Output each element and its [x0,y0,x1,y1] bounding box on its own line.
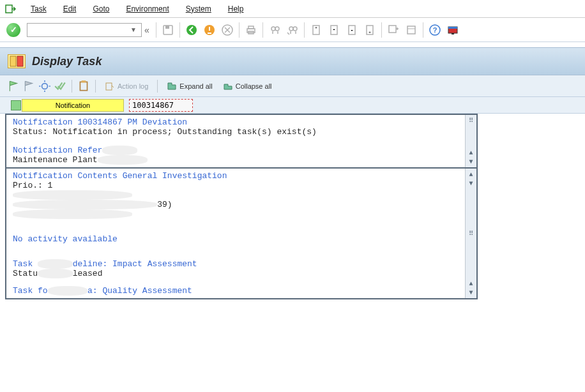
svg-point-12 [293,27,297,31]
scroll-down-icon[interactable]: ▼ [467,157,476,166]
enter-icon[interactable]: ✓ [6,23,20,37]
layout-icon[interactable] [445,22,460,38]
redacted-line-1: xxxxxxxxxxxxxxxxxxxxxxxx [13,190,459,200]
redacted-line-3: xxxxxxxxxxxxxxxxxxxxxxxx [13,209,459,219]
svg-point-9 [271,27,275,31]
no-activity: No activity available [13,234,459,244]
notification-label: Notification [22,99,124,112]
find-icon[interactable] [267,22,282,38]
svg-rect-18 [407,26,415,34]
task-quality-assessment: Task foxxxxxxxxa: Quality Assessment [13,286,459,296]
maintenance-plant: Maintenance Plantxxxxxxxxxx [13,155,459,165]
notification-reference: Notification Referxxxxxxx [13,146,459,155]
menu-system[interactable]: System [183,3,214,15]
expand-all-button[interactable]: Expand all [163,80,216,93]
svg-rect-2 [165,26,169,29]
menu-edit[interactable]: Edit [61,3,79,15]
separator [239,22,239,38]
settings-gear-icon[interactable] [38,80,51,93]
next-page-icon[interactable] [344,22,360,38]
scroll-up-icon[interactable]: ▲ [467,279,476,288]
flag-green-icon[interactable] [8,80,20,93]
svg-rect-7 [248,26,254,29]
separator [95,80,96,93]
svg-rect-25 [17,56,23,66]
save-icon[interactable] [160,22,176,38]
separator [157,80,158,93]
separator [72,80,72,93]
detail-panel: Notification 100314867 PM Deviation Stat… [5,114,478,299]
collapse-toolbar-icon[interactable]: « [144,25,149,35]
task-status-line: Statuxxxxxxxleased [13,269,459,278]
cancel-icon[interactable] [220,22,235,38]
svg-text:?: ? [432,26,437,34]
command-field[interactable] [27,23,142,37]
menu-goto[interactable]: Goto [90,3,112,15]
menu-task[interactable]: Task [28,3,49,15]
scroll-up-icon[interactable]: ▲ [467,170,476,179]
priority-line: Prio.: 1 [13,181,459,190]
svg-point-11 [289,27,293,31]
print-icon[interactable] [243,22,259,38]
flag-grey-icon[interactable] [23,80,36,93]
last-page-icon[interactable] [362,22,377,38]
scroll-dots-icon[interactable]: ⠿ [467,116,476,125]
status-line: Status: Notification in process; Outstan… [13,127,459,137]
find-next-icon[interactable] [285,22,300,38]
separator [179,22,180,38]
window-icon[interactable] [4,3,17,15]
menu-environment[interactable]: Environment [123,3,171,15]
separator [262,22,263,38]
svg-rect-27 [80,82,87,90]
svg-point-10 [275,27,279,31]
help-icon[interactable]: ? [427,22,443,38]
separator [381,22,382,38]
separator [156,22,156,38]
svg-point-26 [42,83,48,89]
svg-rect-17 [389,26,396,33]
separator [423,22,423,38]
action-log-button[interactable]: Action log [101,80,152,93]
task-icon [8,54,26,68]
double-check-icon[interactable] [54,80,66,93]
notification-contents: Notification Contents General Investigat… [13,171,459,181]
scroll-down-icon[interactable]: ▼ [467,288,476,297]
svg-rect-22 [448,27,457,29]
scroll-up-icon[interactable]: ▲ [467,148,476,157]
clipboard-icon[interactable] [77,80,90,93]
page-title: Display Task [32,55,102,68]
svg-rect-29 [106,83,112,90]
svg-rect-0 [6,5,12,13]
collapse-all-button[interactable]: Collapse all [219,80,276,93]
svg-rect-28 [82,80,86,82]
separator [304,22,305,38]
svg-point-3 [186,25,197,35]
prev-page-icon[interactable] [326,22,342,38]
menu-help[interactable]: Help [225,3,247,15]
exit-icon[interactable] [202,22,217,38]
svg-rect-24 [10,56,16,66]
shortcut-icon[interactable] [404,22,419,38]
scroll-dots-icon[interactable]: ⠿ [467,229,476,238]
new-session-icon[interactable] [386,22,401,38]
svg-rect-23 [452,33,454,34]
back-icon[interactable] [184,22,199,38]
notification-number-field[interactable]: 100314867 [129,99,193,112]
scroll-down-icon[interactable]: ▼ [467,179,476,188]
notification-header: Notification 100314867 PM Deviation [13,117,459,127]
first-page-icon[interactable] [308,22,324,38]
task-impact-assessment: Task xxxxxxxdeline: Impact Assessment [13,259,459,269]
redacted-line-2: xxxxxxxxxxxxxxxxxxxxxx (5000039) [13,200,459,209]
